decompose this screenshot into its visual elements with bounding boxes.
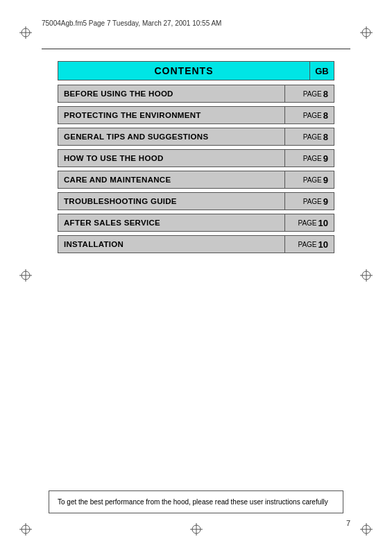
toc-page-4: PAGE 9 bbox=[284, 171, 334, 189]
crosshair-top-left bbox=[19, 26, 32, 39]
toc-row: INSTALLATIONPAGE 10 bbox=[58, 235, 334, 253]
page-word: PAGE bbox=[303, 155, 322, 162]
toc-page-3: PAGE 9 bbox=[284, 149, 334, 167]
content-area: CONTENTS GB BEFORE USING THE HOODPAGE 8P… bbox=[58, 61, 334, 257]
page-word: PAGE bbox=[303, 198, 322, 205]
page-num: 9 bbox=[323, 175, 328, 185]
header-divider bbox=[42, 49, 350, 49]
toc-row: HOW TO USE THE HOODPAGE 9 bbox=[58, 149, 334, 167]
contents-header-row: CONTENTS GB bbox=[58, 61, 334, 80]
page-word: PAGE bbox=[298, 219, 316, 227]
toc-page-1: PAGE 8 bbox=[284, 106, 334, 124]
page-num: 10 bbox=[318, 239, 328, 250]
toc-page-2: PAGE 8 bbox=[284, 128, 334, 146]
toc-row: GENERAL TIPS AND SUGGESTIONSPAGE 8 bbox=[58, 128, 334, 146]
toc-row: BEFORE USING THE HOODPAGE 8 bbox=[58, 85, 334, 103]
bottom-note-text: To get the best performance from the hoo… bbox=[58, 498, 328, 506]
contents-title: CONTENTS bbox=[58, 61, 309, 80]
crosshair-bot-center bbox=[190, 523, 203, 536]
page-num: 9 bbox=[323, 196, 328, 207]
toc-page-0: PAGE 8 bbox=[284, 85, 334, 103]
contents-gb-label: GB bbox=[309, 61, 334, 80]
page-word: PAGE bbox=[303, 133, 322, 141]
crosshair-bot-left bbox=[19, 523, 32, 536]
page-num: 9 bbox=[323, 153, 328, 164]
crosshair-mid-right bbox=[360, 269, 373, 282]
page-word: PAGE bbox=[303, 90, 322, 98]
page-word: PAGE bbox=[303, 112, 322, 119]
page: 75004Agb.fm5 Page 7 Tuesday, March 27, 2… bbox=[0, 0, 392, 555]
header-bar: 75004Agb.fm5 Page 7 Tuesday, March 27, 2… bbox=[42, 19, 350, 27]
toc-label-4: CARE AND MAINTENANCE bbox=[58, 171, 284, 189]
toc-page-6: PAGE 10 bbox=[284, 214, 334, 232]
page-num: 8 bbox=[323, 132, 328, 142]
toc-page-5: PAGE 9 bbox=[284, 192, 334, 210]
toc-label-3: HOW TO USE THE HOOD bbox=[58, 149, 284, 167]
toc-row: CARE AND MAINTENANCEPAGE 9 bbox=[58, 171, 334, 189]
toc-label-6: AFTER SALES SERVICE bbox=[58, 214, 284, 232]
toc-row: PROTECTING THE ENVIRONMENTPAGE 8 bbox=[58, 106, 334, 124]
bottom-note: To get the best performance from the hoo… bbox=[49, 490, 343, 513]
file-info: 75004Agb.fm5 Page 7 Tuesday, March 27, 2… bbox=[42, 19, 221, 27]
page-num: 8 bbox=[323, 89, 328, 99]
toc-row: TROUBLESHOOTING GUIDEPAGE 9 bbox=[58, 192, 334, 210]
crosshair-top-right bbox=[360, 26, 373, 39]
crosshair-bot-right bbox=[360, 523, 373, 536]
toc-label-2: GENERAL TIPS AND SUGGESTIONS bbox=[58, 128, 284, 146]
toc-label-7: INSTALLATION bbox=[58, 235, 284, 253]
toc-label-0: BEFORE USING THE HOOD bbox=[58, 85, 284, 103]
toc-row: AFTER SALES SERVICEPAGE 10 bbox=[58, 214, 334, 232]
page-word: PAGE bbox=[298, 241, 316, 248]
page-num: 10 bbox=[318, 218, 328, 228]
toc-page-7: PAGE 10 bbox=[284, 235, 334, 253]
toc-label-5: TROUBLESHOOTING GUIDE bbox=[58, 192, 284, 210]
crosshair-mid-left bbox=[19, 269, 32, 282]
page-word: PAGE bbox=[303, 176, 322, 184]
toc-label-1: PROTECTING THE ENVIRONMENT bbox=[58, 106, 284, 124]
page-number: 7 bbox=[346, 519, 350, 527]
toc-table: BEFORE USING THE HOODPAGE 8PROTECTING TH… bbox=[58, 85, 334, 253]
page-num: 8 bbox=[323, 110, 328, 121]
